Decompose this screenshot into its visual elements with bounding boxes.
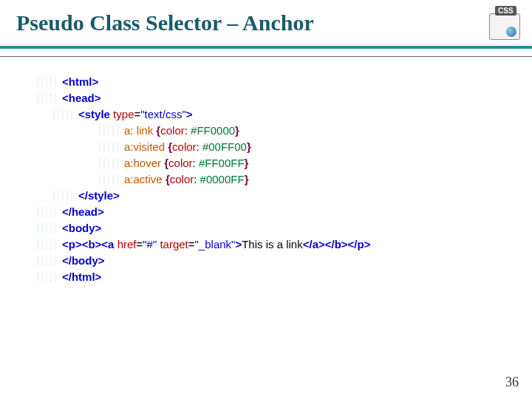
code-block: <html> <head> <style type="text/css"> a:… [37,74,451,285]
tag-html-open: <html> [62,75,98,88]
attr-href-value: "#" [143,238,157,250]
selector-active: a:active [124,173,163,185]
tag-style-open: <style [78,108,110,120]
tag-style-close: </style> [78,189,120,202]
attr-target-value: "_blank" [195,238,236,250]
slide: Pseudo Class Selector – Anchor CSS <html… [0,0,532,399]
tag-body-close: </body> [62,254,105,267]
link-text: This is a link [242,238,303,250]
css-badge-label: CSS [495,6,516,16]
attr-type-value: "text/css" [140,108,186,120]
selector-link: a: link [124,124,153,137]
title-underline-thin [0,56,532,57]
css-file-icon: CSS [485,4,522,40]
selector-visited: a:visited [124,140,165,153]
attr-target: target [157,238,188,250]
attr-type: type [110,108,134,120]
tag-html-close: </html> [62,270,101,283]
tag-head-open: <head> [62,92,101,104]
selector-hover: a:hover [124,157,161,169]
tag-p-b-a-open: <p><b><a [62,238,114,250]
page-number: 36 [505,375,519,390]
title-underline-thick [0,46,532,49]
tag-a-b-p-close: </a></b></p> [303,238,371,250]
tag-body-open: <body> [62,222,101,234]
page-title: Pseudo Class Selector – Anchor [0,0,532,35]
tag-head-close: </head> [62,205,104,218]
attr-href: href [114,238,136,250]
